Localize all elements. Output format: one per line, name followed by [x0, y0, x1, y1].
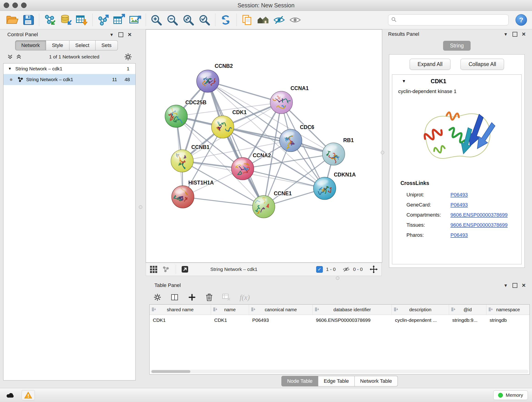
help-icon[interactable]: ?	[515, 14, 527, 26]
column-header-shared-name[interactable]: shared name	[150, 305, 211, 315]
pan-crosshair-icon[interactable]	[370, 265, 378, 274]
column-header-description[interactable]: description	[392, 305, 449, 315]
collapse-all-button[interactable]: Collapse All	[461, 59, 504, 70]
export-network-icon[interactable]	[96, 13, 110, 27]
column-header-canonical-name[interactable]: canonical name	[249, 305, 313, 315]
close-panel-icon[interactable]: ×	[128, 32, 132, 38]
table-cell[interactable]: stringdb:9...	[449, 317, 486, 323]
network-node-CCNB1[interactable]: CCNB1	[171, 144, 209, 172]
network-node-CDKN1A[interactable]: CDKN1A	[313, 172, 356, 200]
crosslink-row: GeneCard:P06493	[406, 202, 521, 208]
float-panel-icon[interactable]	[119, 32, 123, 37]
gene-symbol: CDK1	[431, 78, 446, 85]
network-node-CCNB2[interactable]: CCNB2	[196, 63, 233, 92]
edge-CCNB2-CCNE1[interactable]	[208, 81, 264, 207]
zoom-in-icon[interactable]	[149, 13, 163, 27]
main-toolbar: ?	[0, 11, 532, 29]
memory-button[interactable]: Memory	[493, 390, 528, 400]
column-header-namespace[interactable]: namespace	[486, 305, 530, 315]
crosslink-tissues-link[interactable]: 9606.ENSP00000378699	[450, 222, 508, 228]
expand-all-button[interactable]: Expand All	[410, 59, 451, 70]
trash-icon[interactable]	[205, 293, 213, 301]
float-panel-icon[interactable]	[513, 283, 517, 288]
tab-node-table[interactable]: Node Table	[281, 376, 318, 386]
tab-style[interactable]: Style	[46, 40, 70, 51]
tab-network-table[interactable]: Network Table	[355, 376, 398, 386]
collapse-all-icon[interactable]	[7, 54, 13, 60]
warnings-icon[interactable]	[22, 390, 35, 400]
apply-preferred-layout-icon[interactable]	[219, 13, 233, 27]
search-input[interactable]	[399, 17, 506, 23]
import-network-from-file-icon[interactable]	[42, 13, 57, 27]
network-options-gear-icon[interactable]	[124, 53, 132, 61]
crosslink-genecard-link[interactable]: P06493	[450, 202, 468, 208]
crosslink-uniprot-link[interactable]: P06493	[450, 192, 468, 198]
float-panel-icon[interactable]	[513, 32, 517, 37]
panel-resize-handle[interactable]	[336, 276, 339, 280]
share-network-icon[interactable]	[162, 266, 169, 273]
edge-CCNB2-CCNA1[interactable]	[208, 81, 281, 102]
close-panel-icon[interactable]: ×	[522, 31, 526, 37]
panel-menu-icon[interactable]: ▼	[504, 32, 508, 36]
birdseye-view-icon[interactable]	[150, 265, 157, 273]
crosslink-label: Tissues:	[406, 222, 450, 228]
network-row-selected[interactable]: String Network – cdk1 11 48	[3, 74, 135, 85]
table-cell[interactable]: cyclin-dependent ...	[392, 317, 449, 323]
edge-HIST1H1A-CCNE1[interactable]	[183, 197, 264, 207]
copy-style-icon[interactable]	[240, 13, 254, 27]
tab-network[interactable]: Network	[15, 40, 46, 51]
panel-menu-icon[interactable]: ▼	[109, 32, 114, 37]
column-header-database-identifier[interactable]: database identifier	[313, 305, 392, 315]
table-cell[interactable]: P06493	[249, 317, 313, 323]
zoom-out-icon[interactable]	[165, 13, 179, 27]
import-network-from-database-icon[interactable]	[58, 13, 73, 27]
zoom-fit-icon[interactable]	[181, 13, 196, 27]
export-table-icon[interactable]	[112, 13, 126, 27]
selected-nodes-checkbox[interactable]: ✓	[316, 266, 323, 273]
table-cell[interactable]: CDK1	[150, 317, 211, 323]
zoom-selected-icon[interactable]	[197, 13, 211, 27]
hide-selected-icon[interactable]	[272, 13, 286, 27]
fx-icon: f(x)	[240, 293, 250, 302]
scrollbar-thumb[interactable]	[152, 370, 190, 373]
network-canvas[interactable]: CCNB2CCNA1CDC25BCDK1CDC6RB1CCNB1CCNA2CDK…	[146, 30, 381, 262]
network-node-CCNA1[interactable]: CCNA1	[270, 85, 309, 114]
tab-select[interactable]: Select	[70, 40, 95, 51]
first-neighbors-icon[interactable]	[256, 13, 270, 27]
open-session-icon[interactable]	[5, 13, 19, 27]
table-cell[interactable]: CDK1	[211, 317, 249, 323]
columns-icon[interactable]	[171, 293, 179, 301]
crosslink-compartments-link[interactable]: 9606.ENSP00000378699	[450, 212, 508, 218]
gear-icon[interactable]	[153, 293, 161, 301]
tab-edge-table[interactable]: Edge Table	[318, 376, 355, 386]
panel-resize-handle[interactable]	[381, 151, 384, 154]
close-panel-icon[interactable]: ×	[522, 282, 526, 288]
column-header-name[interactable]: name	[211, 305, 249, 315]
expand-all-icon[interactable]	[16, 54, 22, 60]
crosslink-pharos-link[interactable]: P06493	[450, 232, 468, 238]
save-session-icon[interactable]	[21, 13, 35, 27]
table-row[interactable]: CDK1CDK1P064939606.ENSP00000378699cyclin…	[150, 315, 530, 325]
column-header-@id[interactable]: @id	[449, 305, 486, 315]
results-panel-title: Results Panel	[388, 31, 419, 37]
network-node-HIST1H1A[interactable]: HIST1H1A	[172, 180, 214, 208]
panel-resize-handle[interactable]	[139, 205, 142, 209]
import-table-from-file-icon[interactable]	[75, 13, 89, 27]
table-cell[interactable]: stringdb	[486, 317, 530, 323]
table-cell[interactable]: 9606.ENSP00000378699	[313, 317, 392, 323]
collection-disclosure-icon[interactable]: ▼	[8, 67, 12, 71]
network-node-CDK1[interactable]: CDK1	[211, 109, 247, 138]
network-node-RB1[interactable]: RB1	[322, 137, 354, 165]
task-history-cloud-icon[interactable]	[4, 390, 17, 400]
tab-sets[interactable]: Sets	[95, 40, 118, 51]
tab-string[interactable]: String	[443, 41, 471, 51]
crosslink-row: Tissues:9606.ENSP00000378699	[406, 222, 521, 228]
export-view-icon[interactable]	[181, 265, 189, 273]
node-label-CCNE1: CCNE1	[274, 191, 292, 196]
network-collection-row[interactable]: ▼ String Network – cdk1 1	[3, 64, 135, 74]
gene-disclosure-icon[interactable]: ▼	[402, 79, 406, 84]
panel-menu-icon[interactable]: ▼	[504, 283, 508, 288]
show-all-icon[interactable]	[288, 13, 302, 27]
export-image-icon[interactable]	[128, 13, 142, 27]
add-icon[interactable]	[188, 293, 196, 301]
